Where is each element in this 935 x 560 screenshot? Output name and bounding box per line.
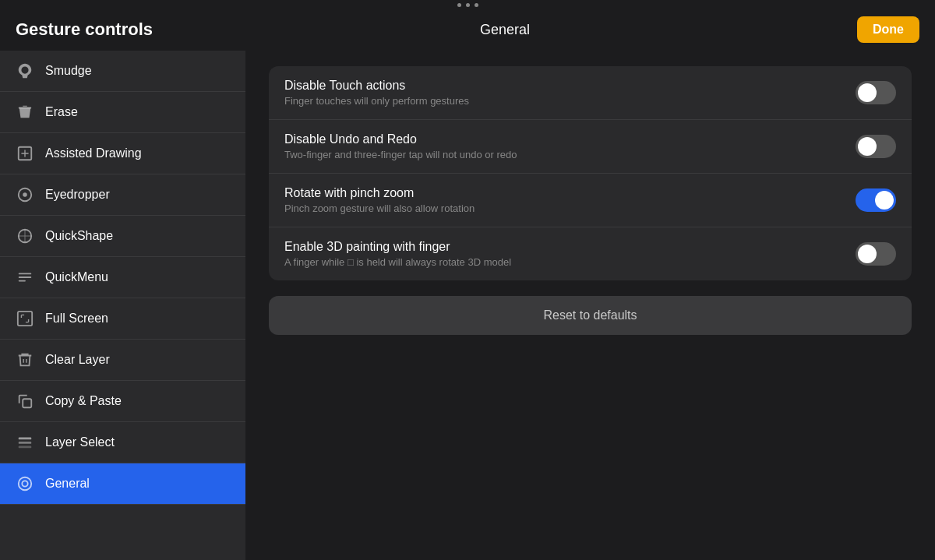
sidebar-item-label: QuickShape [45,229,113,243]
section-title: General [480,22,530,38]
setting-row-disable-undo-redo: Disable Undo and RedoTwo-finger and thre… [269,120,912,174]
setting-subtitle-enable-3d: A finger while □ is held will always rot… [284,256,856,268]
sidebar-item-quickshape[interactable]: QuickShape [0,216,245,257]
sidebar-item-full-screen[interactable]: Full Screen [0,298,245,340]
sidebar-item-label: Smudge [45,64,92,78]
sidebar-item-general[interactable]: General [0,463,245,505]
sidebar-item-label: Assisted Drawing [45,146,142,160]
sidebar-item-copy-paste[interactable]: Copy & Paste [0,381,245,422]
copy-paste-icon [16,392,34,410]
toggle-disable-undo-redo[interactable] [856,135,896,158]
sidebar-item-label: General [45,477,90,491]
setting-text-rotate-pinch: Rotate with pinch zoomPinch zoom gesture… [284,186,856,214]
content-area: Disable Touch actionsFinger touches will… [245,51,935,560]
svg-rect-12 [19,446,32,449]
sidebar-item-smudge[interactable]: Smudge [0,51,245,92]
setting-row-rotate-pinch: Rotate with pinch zoomPinch zoom gesture… [269,174,912,227]
setting-subtitle-disable-touch: Finger touches will only perform gesture… [284,95,856,107]
setting-text-enable-3d: Enable 3D painting with fingerA finger w… [284,240,856,268]
setting-title-rotate-pinch: Rotate with pinch zoom [284,186,856,200]
svg-rect-7 [19,280,26,282]
sidebar-item-label: Clear Layer [45,353,110,367]
setting-row-disable-touch: Disable Touch actionsFinger touches will… [269,66,912,120]
erase-icon [16,103,34,122]
sidebar-item-clear-layer[interactable]: Clear Layer [0,340,245,381]
svg-rect-11 [19,442,32,444]
eyedropper-icon [16,185,34,204]
page-title: Gesture controls [16,19,153,40]
svg-rect-9 [23,399,31,407]
svg-rect-8 [18,312,32,326]
setting-title-enable-3d: Enable 3D painting with finger [284,240,856,254]
sidebar-item-erase[interactable]: Erase [0,92,245,133]
sidebar-item-label: Copy & Paste [45,394,122,408]
full-screen-icon [16,309,34,328]
main-layout: SmudgeEraseAssisted DrawingEyedropperQui… [0,51,935,560]
sidebar-item-label: Eyedropper [45,188,110,202]
setting-title-disable-undo-redo: Disable Undo and Redo [284,132,856,146]
done-button[interactable]: Done [857,16,919,43]
sidebar-item-layer-select[interactable]: Layer Select [0,422,245,463]
general-icon [16,474,34,493]
reset-button[interactable]: Reset to defaults [269,296,912,335]
sidebar-item-eyedropper[interactable]: Eyedropper [0,174,245,216]
quickmenu-icon [16,268,34,287]
layer-select-icon [16,433,34,452]
quickshape-icon [16,227,34,245]
sidebar-item-label: Full Screen [45,312,108,326]
top-bar: Gesture controls General Done [0,9,935,51]
toggle-rotate-pinch[interactable] [856,188,896,212]
sidebar: SmudgeEraseAssisted DrawingEyedropperQui… [0,51,245,560]
sidebar-item-label: Erase [45,105,78,119]
sidebar-item-label: Layer Select [45,435,115,449]
toggle-disable-touch[interactable] [856,81,896,104]
setting-text-disable-undo-redo: Disable Undo and RedoTwo-finger and thre… [284,132,856,160]
svg-rect-5 [19,273,32,275]
toggle-enable-3d[interactable] [856,242,896,266]
setting-subtitle-rotate-pinch: Pinch zoom gesture will also allow rotat… [284,203,856,214]
assisted-drawing-icon [16,144,34,163]
sidebar-item-assisted-drawing[interactable]: Assisted Drawing [0,133,245,174]
clear-layer-icon [16,350,34,369]
setting-subtitle-disable-undo-redo: Two-finger and three-finger tap will not… [284,149,856,160]
setting-text-disable-touch: Disable Touch actionsFinger touches will… [284,79,856,107]
settings-card: Disable Touch actionsFinger touches will… [269,66,912,280]
setting-title-disable-touch: Disable Touch actions [284,79,856,93]
svg-rect-6 [19,276,32,278]
svg-rect-10 [19,438,32,440]
svg-rect-0 [19,107,32,109]
sidebar-item-label: QuickMenu [45,270,108,284]
dots-bar [0,0,935,9]
smudge-icon [16,62,34,80]
sidebar-item-quickmenu[interactable]: QuickMenu [0,257,245,298]
setting-row-enable-3d: Enable 3D painting with fingerA finger w… [269,227,912,280]
svg-point-3 [23,192,27,197]
